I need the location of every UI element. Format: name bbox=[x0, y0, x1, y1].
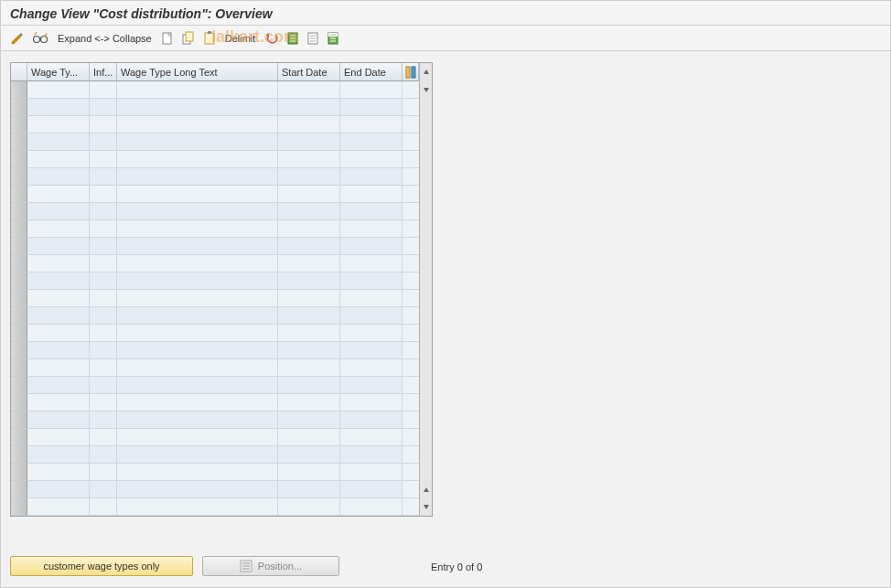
table-cell[interactable] bbox=[278, 412, 340, 429]
row-selector[interactable] bbox=[11, 99, 27, 116]
select-block-icon[interactable] bbox=[325, 30, 341, 47]
scroll-track[interactable] bbox=[419, 255, 432, 273]
row-selector[interactable] bbox=[11, 168, 27, 186]
table-cell[interactable] bbox=[27, 116, 90, 134]
scroll-track[interactable] bbox=[419, 151, 432, 168]
table-cell[interactable] bbox=[117, 116, 278, 134]
table-cell[interactable] bbox=[90, 481, 117, 498]
table-cell[interactable] bbox=[278, 290, 340, 307]
table-cell[interactable] bbox=[27, 220, 90, 238]
row-selector[interactable] bbox=[11, 220, 27, 238]
table-cell[interactable] bbox=[90, 116, 117, 134]
table-cell[interactable] bbox=[90, 220, 117, 238]
scroll-track[interactable] bbox=[419, 186, 432, 203]
table-cell[interactable] bbox=[117, 203, 278, 220]
table-cell[interactable] bbox=[90, 325, 117, 342]
table-cell[interactable] bbox=[117, 186, 278, 203]
table-cell[interactable] bbox=[117, 220, 278, 238]
table-cell[interactable] bbox=[90, 429, 117, 446]
row-selector[interactable] bbox=[11, 186, 27, 203]
position-button[interactable]: Position... bbox=[202, 556, 339, 576]
table-cell[interactable] bbox=[340, 134, 403, 151]
table-cell[interactable] bbox=[90, 446, 117, 464]
table-cell[interactable] bbox=[90, 203, 117, 220]
scroll-track[interactable] bbox=[419, 273, 432, 290]
column-header-wage-type-long[interactable]: Wage Type Long Text bbox=[117, 63, 278, 81]
table-cell[interactable] bbox=[90, 464, 117, 481]
table-cell[interactable] bbox=[340, 377, 403, 394]
scroll-track[interactable] bbox=[419, 342, 432, 359]
table-cell[interactable] bbox=[117, 325, 278, 342]
scroll-thumb-bottom[interactable] bbox=[419, 481, 432, 498]
scroll-track[interactable] bbox=[419, 220, 432, 238]
scroll-track[interactable] bbox=[419, 99, 432, 116]
table-cell[interactable] bbox=[27, 99, 90, 116]
table-cell[interactable] bbox=[278, 99, 340, 116]
table-cell[interactable] bbox=[27, 255, 90, 273]
table-cell[interactable] bbox=[27, 168, 90, 186]
table-cell[interactable] bbox=[27, 203, 90, 220]
table-cell[interactable] bbox=[117, 168, 278, 186]
copy-icon[interactable] bbox=[179, 30, 198, 47]
table-cell[interactable] bbox=[27, 498, 90, 516]
table-cell[interactable] bbox=[278, 359, 340, 377]
scroll-track[interactable] bbox=[419, 412, 432, 429]
scroll-track[interactable] bbox=[419, 377, 432, 394]
row-selector[interactable] bbox=[11, 151, 27, 168]
table-cell[interactable] bbox=[117, 412, 278, 429]
table-cell[interactable] bbox=[27, 307, 90, 325]
row-selector[interactable] bbox=[11, 412, 27, 429]
row-selector[interactable] bbox=[11, 238, 27, 255]
table-cell[interactable] bbox=[27, 325, 90, 342]
table-cell[interactable] bbox=[340, 81, 403, 99]
table-cell[interactable] bbox=[90, 134, 117, 151]
table-cell[interactable] bbox=[340, 342, 403, 359]
row-selector[interactable] bbox=[11, 203, 27, 220]
new-entries-icon[interactable] bbox=[159, 30, 176, 47]
select-all-icon[interactable] bbox=[284, 30, 301, 47]
table-cell[interactable] bbox=[340, 186, 403, 203]
glasses-icon[interactable] bbox=[30, 30, 50, 47]
table-cell[interactable] bbox=[340, 238, 403, 255]
table-cell[interactable] bbox=[117, 255, 278, 273]
table-cell[interactable] bbox=[117, 498, 278, 516]
scroll-track[interactable] bbox=[419, 446, 432, 464]
table-cell[interactable] bbox=[90, 412, 117, 429]
row-selector[interactable] bbox=[11, 307, 27, 325]
table-cell[interactable] bbox=[117, 377, 278, 394]
column-header-start-date[interactable]: Start Date bbox=[278, 63, 340, 81]
scroll-track[interactable] bbox=[419, 394, 432, 412]
table-cell[interactable] bbox=[117, 134, 278, 151]
table-cell[interactable] bbox=[117, 238, 278, 255]
table-cell[interactable] bbox=[117, 342, 278, 359]
table-cell[interactable] bbox=[90, 273, 117, 290]
table-cell[interactable] bbox=[90, 377, 117, 394]
row-selector[interactable] bbox=[11, 116, 27, 134]
delimit-button[interactable]: Delimit bbox=[221, 33, 260, 44]
table-cell[interactable] bbox=[340, 290, 403, 307]
table-cell[interactable] bbox=[90, 359, 117, 377]
table-cell[interactable] bbox=[278, 116, 340, 134]
row-selector[interactable] bbox=[11, 359, 27, 377]
row-selector[interactable] bbox=[11, 481, 27, 498]
table-cell[interactable] bbox=[278, 325, 340, 342]
scroll-track[interactable] bbox=[419, 168, 432, 186]
table-cell[interactable] bbox=[340, 498, 403, 516]
table-cell[interactable] bbox=[278, 481, 340, 498]
table-cell[interactable] bbox=[27, 186, 90, 203]
scroll-track[interactable] bbox=[419, 325, 432, 342]
table-cell[interactable] bbox=[90, 394, 117, 412]
table-cell[interactable] bbox=[278, 203, 340, 220]
clipboard-icon[interactable] bbox=[201, 30, 218, 47]
table-cell[interactable] bbox=[90, 81, 117, 99]
row-selector[interactable] bbox=[11, 342, 27, 359]
row-selector[interactable] bbox=[11, 464, 27, 481]
table-cell[interactable] bbox=[340, 255, 403, 273]
scroll-track[interactable] bbox=[419, 134, 432, 151]
table-cell[interactable] bbox=[27, 377, 90, 394]
table-cell[interactable] bbox=[117, 446, 278, 464]
row-selector[interactable] bbox=[11, 446, 27, 464]
row-selector[interactable] bbox=[11, 498, 27, 516]
row-selector-header[interactable] bbox=[11, 63, 27, 81]
expand-collapse-button[interactable]: Expand <-> Collapse bbox=[54, 33, 156, 44]
